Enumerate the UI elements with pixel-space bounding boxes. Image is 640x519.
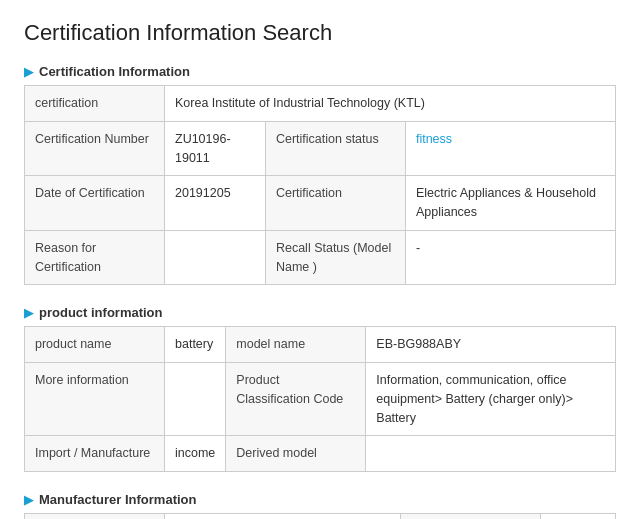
manufacturer-section-title: ▶ Manufacturer Information [24,492,616,507]
table-row: More information Product Classification … [25,363,616,436]
page-title: Certification Information Search [24,20,616,46]
certification-arrow-icon: ▶ [24,65,33,79]
cert-value-1: Korea Institute of Industrial Technology… [165,86,616,122]
product-section-title: ▶ product information [24,305,616,320]
cert-label-3b: Certification [265,176,405,231]
cert-label-4: Reason for Certification [25,230,165,285]
table-row: Import / Manufacture income Derived mode… [25,436,616,472]
product-section: ▶ product information product name batte… [24,305,616,472]
prod-label-1: product name [25,327,165,363]
cert-value-4 [165,230,266,285]
product-arrow-icon: ▶ [24,306,33,320]
manufacturer-table: manufacturer Samsung SDI VIETNAM Co., LT… [24,513,616,519]
certification-section-label: Certification Information [39,64,190,79]
table-row: manufacturer Samsung SDI VIETNAM Co., LT… [25,514,616,520]
prod-value-3: income [165,436,226,472]
prod-label-2: More information [25,363,165,436]
certification-section: ▶ Certification Information certificatio… [24,64,616,285]
prod-label-1b: model name [226,327,366,363]
certification-table: certification Korea Institute of Industr… [24,85,616,285]
prod-value-2 [165,363,226,436]
cert-value-3b: Electric Appliances & Household Applianc… [405,176,615,231]
cert-value-4b: - [405,230,615,285]
cert-label-3: Date of Certification [25,176,165,231]
prod-value-1b: EB-BG988ABY [366,327,616,363]
mfr-label-1: manufacturer [25,514,165,520]
prod-label-2b: Product Classification Code [226,363,366,436]
prod-value-3b [366,436,616,472]
prod-value-2b: Information, communication, office equip… [366,363,616,436]
manufacturer-section: ▶ Manufacturer Information manufacturer … [24,492,616,519]
manufacturer-arrow-icon: ▶ [24,493,33,507]
product-section-label: product information [39,305,163,320]
cert-value-2: ZU10196-19011 [165,121,266,176]
prod-value-1: battery [165,327,226,363]
cert-label-2b: Certification status [265,121,405,176]
table-row: certification Korea Institute of Industr… [25,86,616,122]
cert-value-3: 20191205 [165,176,266,231]
prod-label-3: Import / Manufacture [25,436,165,472]
prod-label-3b: Derived model [226,436,366,472]
table-row: product name battery model name EB-BG988… [25,327,616,363]
manufacturer-section-label: Manufacturer Information [39,492,196,507]
table-row: Date of Certification 20191205 Certifica… [25,176,616,231]
cert-label-1: certification [25,86,165,122]
certification-section-title: ▶ Certification Information [24,64,616,79]
table-row: Certification Number ZU10196-19011 Certi… [25,121,616,176]
cert-label-4b: Recall Status (Model Name ) [265,230,405,285]
fitness-link[interactable]: fitness [416,132,452,146]
mfr-value-1b: Vietnam [541,514,616,520]
cert-value-2b: fitness [405,121,615,176]
mfr-label-1b: Country of origin [401,514,541,520]
table-row: Reason for Certification Recall Status (… [25,230,616,285]
cert-label-2: Certification Number [25,121,165,176]
product-table: product name battery model name EB-BG988… [24,326,616,472]
mfr-value-1: Samsung SDI VIETNAM Co., LTD [165,514,401,520]
